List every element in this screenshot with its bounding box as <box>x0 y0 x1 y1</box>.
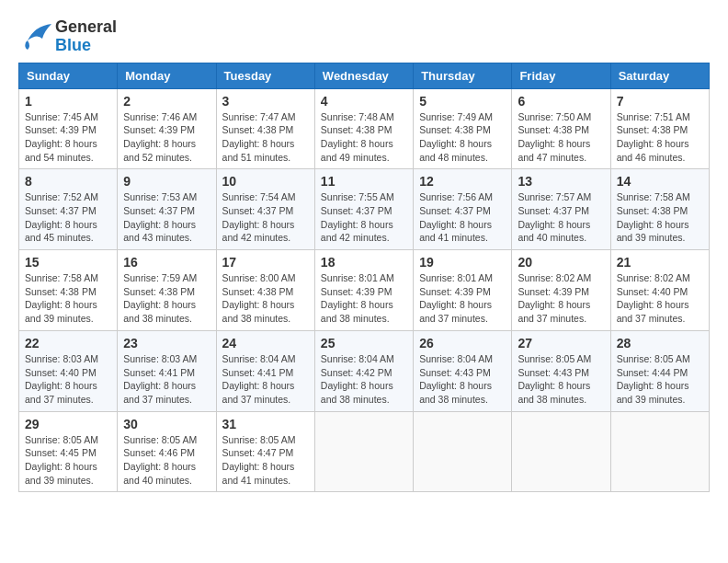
day-cell: 26 Sunrise: 8:04 AM Sunset: 4:43 PM Dayl… <box>414 330 512 411</box>
day-cell: 12 Sunrise: 7:56 AM Sunset: 4:37 PM Dayl… <box>414 169 512 250</box>
day-cell: 8 Sunrise: 7:52 AM Sunset: 4:37 PM Dayli… <box>19 169 118 250</box>
day-number: 12 <box>419 174 506 189</box>
day-cell: 11 Sunrise: 7:55 AM Sunset: 4:37 PM Dayl… <box>314 169 413 250</box>
week-row-2: 8 Sunrise: 7:52 AM Sunset: 4:37 PM Dayli… <box>19 169 710 250</box>
day-number: 6 <box>518 94 604 109</box>
day-cell: 21 Sunrise: 8:02 AM Sunset: 4:40 PM Dayl… <box>610 250 709 331</box>
day-number: 7 <box>617 94 703 109</box>
day-cell: 1 Sunrise: 7:45 AM Sunset: 4:39 PM Dayli… <box>19 88 118 169</box>
day-info: Sunrise: 8:02 AM Sunset: 4:40 PM Dayligh… <box>617 271 703 326</box>
day-number: 18 <box>321 255 407 270</box>
day-info: Sunrise: 7:58 AM Sunset: 4:38 PM Dayligh… <box>617 190 703 245</box>
weekday-sunday: Sunday <box>19 63 118 88</box>
day-info: Sunrise: 7:56 AM Sunset: 4:37 PM Dayligh… <box>419 190 506 245</box>
day-cell: 22 Sunrise: 8:03 AM Sunset: 4:40 PM Dayl… <box>19 330 118 411</box>
day-info: Sunrise: 8:02 AM Sunset: 4:39 PM Dayligh… <box>518 271 604 326</box>
day-number: 21 <box>617 255 703 270</box>
logo-text: GeneralBlue <box>55 18 117 55</box>
weekday-tuesday: Tuesday <box>216 63 314 88</box>
day-number: 17 <box>222 255 309 270</box>
day-info: Sunrise: 7:57 AM Sunset: 4:37 PM Dayligh… <box>518 190 604 245</box>
day-cell: 6 Sunrise: 7:50 AM Sunset: 4:38 PM Dayli… <box>512 88 610 169</box>
day-number: 9 <box>123 174 210 189</box>
day-cell: 7 Sunrise: 7:51 AM Sunset: 4:38 PM Dayli… <box>610 88 709 169</box>
week-row-4: 22 Sunrise: 8:03 AM Sunset: 4:40 PM Dayl… <box>19 330 710 411</box>
day-cell: 30 Sunrise: 8:05 AM Sunset: 4:46 PM Dayl… <box>118 411 216 492</box>
week-row-3: 15 Sunrise: 7:58 AM Sunset: 4:38 PM Dayl… <box>19 250 710 331</box>
day-cell: 23 Sunrise: 8:03 AM Sunset: 4:41 PM Dayl… <box>118 330 216 411</box>
day-number: 16 <box>123 255 210 270</box>
day-cell: 31 Sunrise: 8:05 AM Sunset: 4:47 PM Dayl… <box>216 411 314 492</box>
day-cell: 29 Sunrise: 8:05 AM Sunset: 4:45 PM Dayl… <box>19 411 118 492</box>
day-number: 2 <box>123 94 210 109</box>
day-cell: 14 Sunrise: 7:58 AM Sunset: 4:38 PM Dayl… <box>610 169 709 250</box>
day-number: 29 <box>25 417 111 431</box>
day-info: Sunrise: 8:04 AM Sunset: 4:41 PM Dayligh… <box>222 352 309 407</box>
day-cell: 9 Sunrise: 7:53 AM Sunset: 4:37 PM Dayli… <box>118 169 216 250</box>
day-info: Sunrise: 8:01 AM Sunset: 4:39 PM Dayligh… <box>419 271 506 326</box>
day-number: 15 <box>25 255 111 270</box>
day-number: 13 <box>518 174 604 189</box>
weekday-monday: Monday <box>118 63 216 88</box>
day-info: Sunrise: 7:48 AM Sunset: 4:38 PM Dayligh… <box>321 110 407 165</box>
day-cell: 15 Sunrise: 7:58 AM Sunset: 4:38 PM Dayl… <box>19 250 118 331</box>
day-number: 10 <box>222 174 309 189</box>
day-number: 22 <box>25 336 111 350</box>
day-number: 14 <box>617 174 703 189</box>
day-cell: 16 Sunrise: 7:59 AM Sunset: 4:38 PM Dayl… <box>118 250 216 331</box>
day-cell: 25 Sunrise: 8:04 AM Sunset: 4:42 PM Dayl… <box>314 330 413 411</box>
day-info: Sunrise: 7:58 AM Sunset: 4:38 PM Dayligh… <box>25 271 111 326</box>
day-cell <box>512 411 610 492</box>
day-number: 20 <box>518 255 604 270</box>
day-number: 5 <box>419 94 506 109</box>
day-cell: 4 Sunrise: 7:48 AM Sunset: 4:38 PM Dayli… <box>314 88 413 169</box>
day-info: Sunrise: 8:03 AM Sunset: 4:40 PM Dayligh… <box>25 352 111 407</box>
day-number: 8 <box>25 174 111 189</box>
day-cell: 17 Sunrise: 8:00 AM Sunset: 4:38 PM Dayl… <box>216 250 314 331</box>
day-info: Sunrise: 8:05 AM Sunset: 4:44 PM Dayligh… <box>617 352 703 407</box>
day-info: Sunrise: 7:47 AM Sunset: 4:38 PM Dayligh… <box>222 110 309 165</box>
day-number: 3 <box>222 94 309 109</box>
day-cell: 10 Sunrise: 7:54 AM Sunset: 4:37 PM Dayl… <box>216 169 314 250</box>
weekday-header-row: SundayMondayTuesdayWednesdayThursdayFrid… <box>19 63 710 88</box>
day-info: Sunrise: 7:53 AM Sunset: 4:37 PM Dayligh… <box>123 190 210 245</box>
day-info: Sunrise: 8:04 AM Sunset: 4:42 PM Dayligh… <box>321 352 407 407</box>
page-header: GeneralBlue <box>18 18 710 55</box>
day-info: Sunrise: 7:52 AM Sunset: 4:37 PM Dayligh… <box>25 190 111 245</box>
day-number: 30 <box>123 417 210 431</box>
day-info: Sunrise: 8:05 AM Sunset: 4:47 PM Dayligh… <box>222 433 309 488</box>
day-cell: 24 Sunrise: 8:04 AM Sunset: 4:41 PM Dayl… <box>216 330 314 411</box>
day-info: Sunrise: 7:59 AM Sunset: 4:38 PM Dayligh… <box>123 271 210 326</box>
day-number: 19 <box>419 255 506 270</box>
day-info: Sunrise: 7:50 AM Sunset: 4:38 PM Dayligh… <box>518 110 604 165</box>
calendar-table: SundayMondayTuesdayWednesdayThursdayFrid… <box>18 63 710 493</box>
day-cell: 18 Sunrise: 8:01 AM Sunset: 4:39 PM Dayl… <box>314 250 413 331</box>
day-info: Sunrise: 8:03 AM Sunset: 4:41 PM Dayligh… <box>123 352 210 407</box>
day-number: 25 <box>321 336 407 350</box>
day-number: 24 <box>222 336 309 350</box>
day-cell: 5 Sunrise: 7:49 AM Sunset: 4:38 PM Dayli… <box>414 88 512 169</box>
week-row-5: 29 Sunrise: 8:05 AM Sunset: 4:45 PM Dayl… <box>19 411 710 492</box>
day-cell: 19 Sunrise: 8:01 AM Sunset: 4:39 PM Dayl… <box>414 250 512 331</box>
day-info: Sunrise: 7:45 AM Sunset: 4:39 PM Dayligh… <box>25 110 111 165</box>
day-info: Sunrise: 8:00 AM Sunset: 4:38 PM Dayligh… <box>222 271 309 326</box>
day-cell: 2 Sunrise: 7:46 AM Sunset: 4:39 PM Dayli… <box>118 88 216 169</box>
day-number: 31 <box>222 417 309 431</box>
day-info: Sunrise: 7:51 AM Sunset: 4:38 PM Dayligh… <box>617 110 703 165</box>
day-info: Sunrise: 7:46 AM Sunset: 4:39 PM Dayligh… <box>123 110 210 165</box>
day-info: Sunrise: 7:54 AM Sunset: 4:37 PM Dayligh… <box>222 190 309 245</box>
day-cell <box>610 411 709 492</box>
logo: GeneralBlue <box>18 18 117 55</box>
day-info: Sunrise: 8:01 AM Sunset: 4:39 PM Dayligh… <box>321 271 407 326</box>
day-number: 23 <box>123 336 210 350</box>
day-info: Sunrise: 7:55 AM Sunset: 4:37 PM Dayligh… <box>321 190 407 245</box>
day-cell: 3 Sunrise: 7:47 AM Sunset: 4:38 PM Dayli… <box>216 88 314 169</box>
day-number: 1 <box>25 94 111 109</box>
day-cell: 28 Sunrise: 8:05 AM Sunset: 4:44 PM Dayl… <box>610 330 709 411</box>
day-number: 26 <box>419 336 506 350</box>
weekday-friday: Friday <box>512 63 610 88</box>
day-number: 27 <box>518 336 604 350</box>
day-info: Sunrise: 8:05 AM Sunset: 4:45 PM Dayligh… <box>25 433 111 488</box>
day-cell <box>414 411 512 492</box>
day-cell <box>314 411 413 492</box>
